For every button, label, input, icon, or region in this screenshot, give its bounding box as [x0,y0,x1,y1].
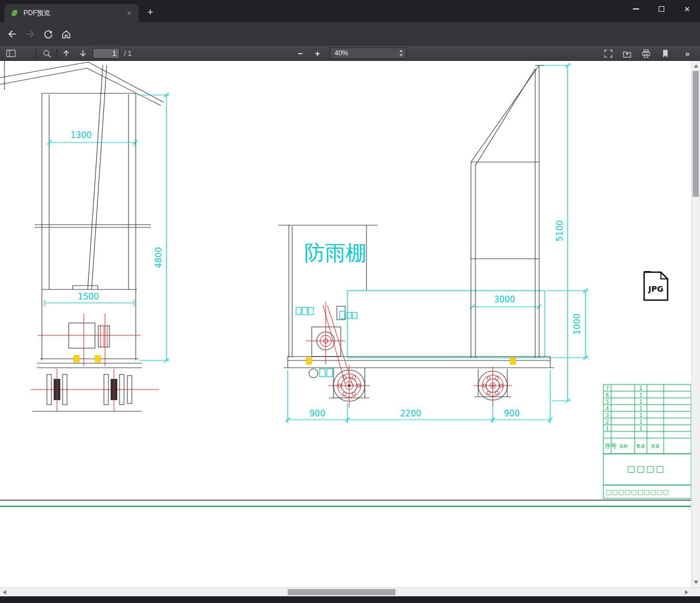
zoom-in-button[interactable]: + [311,47,324,60]
select-arrows-icon [399,49,403,57]
dim-label-4800: 4800 [154,247,164,268]
toolbar-separator [56,49,57,58]
row-qty: 1 [639,392,642,398]
side-view: 防雨棚 3000 [278,63,589,423]
bookmark-icon [661,49,669,58]
toolbar-separator [36,49,36,58]
minimize-icon [633,8,639,10]
previous-page-button[interactable] [60,47,73,60]
vertical-scrollbar[interactable] [691,61,700,587]
open-file-button[interactable] [621,47,634,60]
vertical-scrollbar-thumb[interactable] [693,71,699,197]
chevron-double-icon: » [685,49,690,58]
view-bookmark-button[interactable] [659,47,672,60]
fullscreen-icon [604,49,613,58]
shelter-label: 防雨棚 [304,241,366,265]
page-down-icon [79,49,87,58]
zoom-out-button[interactable]: − [294,47,307,60]
scroll-left-arrow[interactable] [3,590,6,595]
window-bottom-edge [0,596,700,603]
jpg-label: JPG [648,284,664,293]
dim-label-1300: 1300 [70,130,92,140]
close-button[interactable]: ✕ [674,0,700,18]
tab-close-icon[interactable]: × [124,8,134,18]
header-mass: 质量 [651,444,660,449]
dim-label-2200: 2200 [400,409,421,419]
row-qty: 1 [639,419,642,425]
header-seq: 序号 [604,443,617,450]
row-no: 5 [606,399,609,405]
close-icon: ✕ [684,5,691,13]
sidebar-toggle-button[interactable] [4,47,17,60]
pdf-page-view: 1300 4800 1500 [0,61,691,587]
horizontal-scrollbar[interactable] [0,587,700,596]
dim-label-900-left: 900 [309,409,326,419]
forward-button[interactable] [23,27,37,41]
minus-icon: − [298,49,303,58]
row-no: 3 [606,412,609,418]
back-icon [7,29,18,40]
back-button[interactable] [5,27,20,41]
row-no: 7 [606,386,609,391]
dim-label-1500: 1500 [78,292,99,302]
pdf-toolbar: / 1 − + 40% [0,46,700,61]
more-tools-button[interactable]: » [681,47,694,60]
scroll-up-arrow[interactable] [694,64,698,68]
tab-pdf-preview[interactable]: PDF预览 × [4,4,139,22]
dim-label-900-right: 900 [504,409,520,419]
row-qty: 1 [639,386,642,391]
print-button[interactable] [640,47,653,60]
search-icon [42,49,51,58]
sheet-border [0,500,691,506]
home-icon [61,29,72,40]
maximize-icon [659,6,664,12]
front-view: 1300 4800 1500 [0,61,169,411]
plus-icon: + [315,49,320,58]
tab-favicon-leaf-icon [10,9,19,18]
row-qty: 1 [639,412,642,418]
reload-icon [43,29,54,40]
row-no: 1 [606,426,609,431]
scroll-down-arrow[interactable] [694,581,698,584]
tab-title: PDF预览 [23,8,124,18]
maximize-button[interactable] [649,0,674,18]
home-button[interactable] [59,27,73,41]
page-count-label: / 1 [124,50,131,58]
scroll-right-arrow[interactable] [685,590,688,595]
page-number-input[interactable] [93,48,120,59]
row-no: 6 [606,392,609,398]
forward-icon [25,29,36,40]
navigation-bar: localhost:8012/onlinePreview?url=http%3A… [0,22,700,46]
dim-label-3000: 3000 [494,295,515,305]
page-up-icon [62,49,70,58]
row-qty: 1 [639,426,642,431]
zoom-value: 40% [335,49,399,57]
sidebar-toggle-icon [6,49,16,58]
row-no: 2 [606,419,609,425]
zoom-select[interactable]: 40% [330,48,407,59]
minimize-button[interactable] [623,0,649,18]
dim-label-1000: 1000 [572,314,582,335]
title-block-note: □□□□□□□□□□ [606,488,669,496]
printer-icon [641,49,651,58]
reload-button[interactable] [41,27,55,41]
presentation-mode-button[interactable] [602,47,615,60]
new-tab-button[interactable]: + [144,7,156,19]
open-file-icon [622,49,632,58]
browser-window: PDF预览 × + ✕ [0,0,700,603]
title-block-title: □□□□ [627,464,666,474]
next-page-button[interactable] [77,47,89,60]
header-name: 名称 [619,444,628,449]
dim-label-5100: 5100 [555,220,565,241]
header-qty: 数量 [636,444,645,449]
row-no: 4 [606,406,609,411]
cad-drawing: 1300 4800 1500 [0,61,691,587]
row-qty: 1 [639,406,642,411]
row-qty: 1 [639,399,642,405]
horizontal-scrollbar-thumb[interactable] [288,589,396,595]
tab-strip: PDF预览 × + ✕ [0,0,700,22]
window-controls: ✕ [623,0,700,18]
image-placeholder-icon: JPG [644,271,668,300]
find-button[interactable] [40,47,53,60]
title-block: 7 1 6 1 5 1 4 1 3 1 2 1 1 1 序号 名称 数量 质量 … [603,384,691,498]
